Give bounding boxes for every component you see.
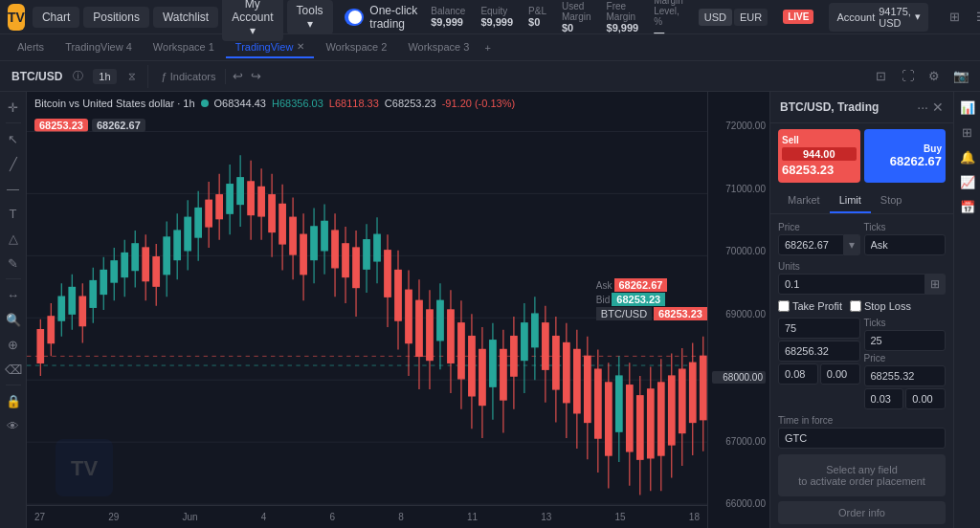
tp-ticks-input[interactable] [778,318,860,339]
price-label: Price [778,222,860,232]
trend-line-icon[interactable]: ╱ [4,154,23,173]
symbol-info-icon[interactable]: ⓘ [66,65,89,88]
select-field-line2: to activate order placement [788,475,936,487]
zoom-icon[interactable]: 🔍 [4,310,23,329]
tp-price-input[interactable] [778,341,860,362]
stop-loss-checkbox-label[interactable]: Stop Loss [850,300,911,312]
price-72000: 72000.00 [712,121,766,131]
ws-tab-tradingview[interactable]: TradingView ✕ [226,37,315,58]
take-profit-checkbox[interactable] [778,300,790,312]
measure-icon[interactable]: ↔ [4,285,23,304]
sl-ticks-input[interactable] [864,330,947,351]
symbol-label[interactable]: BTC/USD [11,70,62,83]
close-panel-icon[interactable]: ✕ [932,99,944,115]
draw-icon[interactable]: ✎ [4,253,23,273]
price-field-group: Price ▾ [778,222,860,255]
indicators-button[interactable]: ƒ Indicators [156,69,222,84]
layers-icon[interactable]: ⊞ [958,122,977,142]
chart-button[interactable]: Chart [33,7,79,28]
magnet-icon[interactable]: ⊕ [4,335,23,354]
ws-tab-tradingview4[interactable]: TradingView 4 [56,37,142,58]
sl-usd-input[interactable] [864,388,904,409]
buy-button[interactable]: Buy 68262.67 [864,129,947,183]
cursor-icon[interactable]: ↖ [4,129,23,148]
gtc-select-row: GTC Day IOC [778,428,946,449]
order-form: Price ▾ Ticks Ask Bid [770,214,953,497]
timeframe-1h-button[interactable]: 1h [93,69,116,84]
trade-icon[interactable]: 📈 [958,172,977,191]
grid-icon[interactable]: ⊞ [944,6,967,29]
svg-rect-93 [332,231,339,268]
units-input[interactable] [778,274,925,295]
svg-rect-27 [100,271,107,295]
watchlist-button[interactable]: Watchlist [153,7,218,28]
sl-pct-input[interactable] [905,388,946,409]
tab-limit[interactable]: Limit [830,188,871,213]
positions-button[interactable]: Positions [83,7,149,28]
tp-usd-input[interactable] [778,363,818,385]
top-toolbar: TV Chart Positions Watchlist My Account … [0,0,980,34]
sell-button[interactable]: Sell 944.00 68253.23 [778,129,860,183]
svg-rect-138 [490,341,497,386]
time-4: 4 [261,512,267,522]
price-input[interactable] [778,234,844,255]
tab-stop[interactable]: Stop [871,188,912,213]
price-71000: 71000.00 [712,184,766,194]
take-profit-checkbox-label[interactable]: Take Profit [778,300,842,312]
ws-tab-workspace2[interactable]: Workspace 2 [316,37,396,58]
settings-icon[interactable]: ⚙ [923,65,946,88]
tools-button[interactable]: Tools ▾ [287,0,333,34]
units-calc-icon[interactable]: ⊞ [925,274,946,295]
select-field-button[interactable]: Select any field to activate order place… [778,454,946,496]
one-click-toggle[interactable] [345,9,365,26]
shapes-icon[interactable]: △ [4,229,23,248]
layout-icon[interactable]: ⊡ [869,65,892,88]
calendar-icon[interactable]: 📅 [958,197,977,216]
crosshair-icon[interactable]: ✛ [4,98,23,117]
chart-type-icon[interactable]: 📊 [958,98,977,117]
time-18: 18 [689,512,700,522]
ws-tab-workspace3[interactable]: Workspace 3 [398,37,479,58]
ws-tab-workspace1[interactable]: Workspace 1 [144,37,224,58]
horizontal-line-icon[interactable]: — [4,179,23,198]
stop-loss-checkbox[interactable] [850,300,861,312]
svg-rect-48 [174,231,181,259]
svg-rect-156 [553,337,560,389]
tab-close-icon[interactable]: ✕ [297,41,304,52]
account-dropdown[interactable]: Account 94175, USD ▾ [829,3,927,32]
timeframe-picker-icon[interactable]: ⧖ [121,65,144,88]
more-icon[interactable]: ··· [917,99,928,115]
svg-rect-105 [374,234,381,261]
svg-rect-189 [668,376,675,445]
ticks-select[interactable]: Ask Bid [864,234,947,255]
tp-pct-input[interactable] [820,363,860,385]
price-dropdown-icon[interactable]: ▾ [844,234,860,255]
eur-button[interactable]: EUR [734,9,768,26]
usd-button[interactable]: USD [699,9,732,26]
sidebar-divider-3 [6,385,21,385]
text-icon[interactable]: T [4,204,23,223]
menu-icon[interactable]: ☰ [970,6,980,29]
gtc-select[interactable]: GTC Day IOC [778,428,946,449]
undo-button[interactable]: ↩ [230,69,246,83]
time-11: 11 [467,512,478,522]
pl-stat: P&L $0 [528,6,546,28]
camera-icon[interactable]: 📷 [949,65,972,88]
my-account-button[interactable]: My Account ▾ [222,0,282,41]
time-27: 27 [34,512,45,522]
svg-rect-135 [479,349,486,405]
eye-icon[interactable]: 👁 [4,416,23,435]
redo-button[interactable]: ↪ [248,69,264,83]
tab-market[interactable]: Market [778,188,830,213]
equity-stat: Equity $9,999 [480,6,513,28]
svg-rect-147 [522,323,528,361]
eraser-icon[interactable]: ⌫ [4,360,23,379]
add-workspace-button[interactable]: + [480,42,494,54]
alert-icon[interactable]: 🔔 [958,147,977,166]
sl-price-input[interactable] [864,365,947,386]
order-info-button[interactable]: Order info [778,501,946,524]
svg-rect-114 [406,290,412,342]
ws-tab-alerts[interactable]: Alerts [8,37,54,58]
lock-icon[interactable]: 🔒 [4,391,23,410]
fullscreen-icon[interactable]: ⛶ [896,65,919,88]
